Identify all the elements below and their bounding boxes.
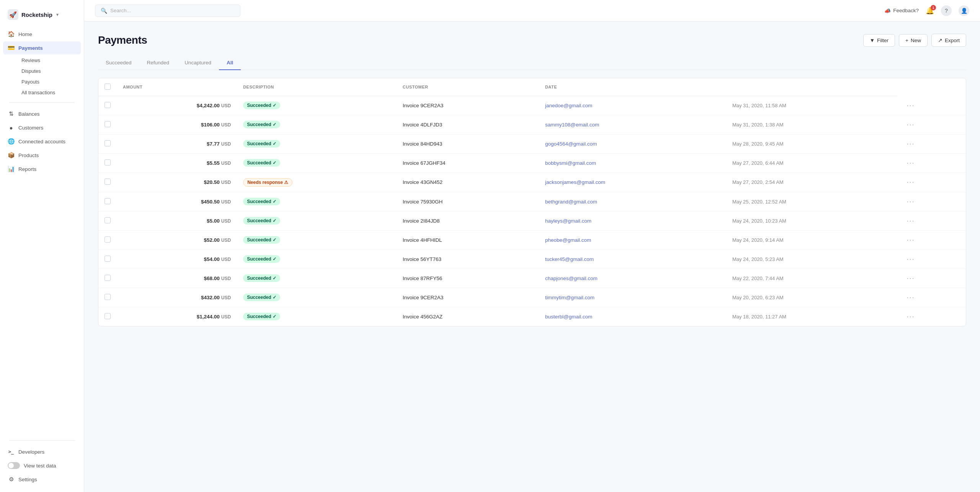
sidebar-bottom: >_ Developers View test data ⚙ Settings <box>0 436 84 486</box>
row-more-cell: ··· <box>897 192 966 211</box>
row-amount: $20.50USD <box>117 172 237 192</box>
sidebar-item-customers[interactable]: ● Customers <box>3 121 81 134</box>
sidebar-item-disputes[interactable]: Disputes <box>18 66 81 76</box>
row-more-button[interactable]: ··· <box>903 119 918 130</box>
sidebar-item-developers[interactable]: >_ Developers <box>3 445 81 458</box>
products-icon: 📦 <box>8 152 15 159</box>
row-more-button[interactable]: ··· <box>903 196 918 207</box>
status-badge: Succeeded ✓ <box>243 236 280 244</box>
tab-uncaptured[interactable]: Uncaptured <box>177 56 219 70</box>
row-currency: USD <box>221 199 231 205</box>
select-all-checkbox[interactable] <box>105 84 111 90</box>
export-button[interactable]: ↗ Export <box>931 34 966 47</box>
row-checkbox[interactable] <box>105 236 111 243</box>
table-row: $5.55USD Succeeded ✓ Invoice 67JGHF34 bo… <box>98 153 966 172</box>
row-more-button[interactable]: ··· <box>903 138 918 149</box>
sidebar: 🚀 Rocketship ▾ 🏠 Home 💳 Payments Reviews… <box>0 0 84 492</box>
table-row: $4,242.00USD Succeeded ✓ Invoice 9CER2A3… <box>98 96 966 115</box>
status-badge: Succeeded ✓ <box>243 274 280 282</box>
row-checkbox-cell <box>98 134 117 153</box>
main-content: 🔍 📣 Feedback? 🔔 1 ? 👤 <box>84 0 980 492</box>
row-more-button[interactable]: ··· <box>903 254 918 264</box>
table-row: $432.00USD Succeeded ✓ Invoice 9CER2A3 t… <box>98 288 966 307</box>
feedback-button[interactable]: 📣 Feedback? <box>884 8 919 14</box>
row-checkbox[interactable] <box>105 294 111 300</box>
row-more-button[interactable]: ··· <box>903 100 918 111</box>
app-name: Rocketship <box>21 11 52 18</box>
sidebar-item-all-transactions[interactable]: All transactions <box>18 87 81 98</box>
new-button[interactable]: + New <box>899 34 928 47</box>
row-checkbox-cell <box>98 115 117 134</box>
row-checkbox-cell <box>98 307 117 326</box>
sidebar-item-payments-label: Payments <box>18 45 43 51</box>
col-date: DATE <box>539 78 726 96</box>
tab-succeeded[interactable]: Succeeded <box>98 56 139 70</box>
sidebar-item-settings[interactable]: ⚙ Settings <box>3 473 81 486</box>
row-checkbox[interactable] <box>105 140 111 146</box>
col-customer: CUSTOMER <box>397 78 539 96</box>
row-customer: gogo4564@gmail.com <box>539 134 726 153</box>
search-input[interactable] <box>110 8 235 13</box>
sidebar-item-balances[interactable]: ⇅ Balances <box>3 107 81 120</box>
row-more-cell: ··· <box>897 211 966 230</box>
help-button[interactable]: ? <box>941 5 952 16</box>
search-wrap[interactable]: 🔍 <box>95 5 240 17</box>
row-description: Invoice 4DLFJD3 <box>397 115 539 134</box>
row-more-button[interactable]: ··· <box>903 177 918 187</box>
row-date: May 27, 2020, 2:54 AM <box>726 172 897 192</box>
view-test-data-toggle[interactable]: View test data <box>3 459 81 472</box>
toggle-switch[interactable] <box>8 462 20 469</box>
row-more-cell: ··· <box>897 269 966 288</box>
row-checkbox[interactable] <box>105 159 111 166</box>
row-checkbox[interactable] <box>105 256 111 262</box>
row-checkbox[interactable] <box>105 121 111 127</box>
row-checkbox-cell <box>98 211 117 230</box>
table-row: $20.50USD Needs response ⚠ Invoice 43GN4… <box>98 172 966 192</box>
sidebar-item-connected-accounts[interactable]: 🌐 Connected accounts <box>3 135 81 148</box>
customers-icon: ● <box>8 124 15 131</box>
logo-icon: 🚀 <box>8 9 18 20</box>
row-date: May 31, 2020, 1:38 AM <box>726 115 897 134</box>
notification-badge: 1 <box>931 5 936 10</box>
sidebar-item-reviews[interactable]: Reviews <box>18 55 81 66</box>
tab-refunded[interactable]: Refunded <box>139 56 177 70</box>
row-more-button[interactable]: ··· <box>903 311 918 322</box>
notifications-button[interactable]: 🔔 1 <box>926 7 934 15</box>
tab-all[interactable]: All <box>219 56 241 70</box>
row-checkbox[interactable] <box>105 217 111 223</box>
row-status: Succeeded ✓ <box>237 249 397 269</box>
row-more-button[interactable]: ··· <box>903 157 918 168</box>
row-more-cell: ··· <box>897 115 966 134</box>
row-checkbox[interactable] <box>105 102 111 108</box>
row-amount: $5.55USD <box>117 153 237 172</box>
row-checkbox[interactable] <box>105 179 111 185</box>
row-description: Invoice 43GN452 <box>397 172 539 192</box>
col-description: DESCRIPTION <box>237 78 397 96</box>
sidebar-item-payments[interactable]: 💳 Payments <box>3 41 81 54</box>
row-currency: USD <box>221 180 231 185</box>
sidebar-item-reports[interactable]: 📊 Reports <box>3 162 81 175</box>
row-more-cell: ··· <box>897 153 966 172</box>
row-checkbox-cell <box>98 172 117 192</box>
row-more-button[interactable]: ··· <box>903 235 918 245</box>
row-amount: $1,244.00USD <box>117 307 237 326</box>
row-more-button[interactable]: ··· <box>903 215 918 226</box>
sidebar-logo[interactable]: 🚀 Rocketship ▾ <box>0 6 84 28</box>
row-checkbox[interactable] <box>105 198 111 204</box>
balances-icon: ⇅ <box>8 110 15 117</box>
row-more-button[interactable]: ··· <box>903 273 918 284</box>
row-amount: $54.00USD <box>117 249 237 269</box>
status-badge: Succeeded ✓ <box>243 255 280 263</box>
sidebar-item-home[interactable]: 🏠 Home <box>3 28 81 41</box>
sidebar-item-payouts[interactable]: Payouts <box>18 77 81 87</box>
search-icon: 🔍 <box>101 8 107 14</box>
row-checkbox[interactable] <box>105 275 111 281</box>
row-date: May 27, 2020, 6:44 AM <box>726 153 897 172</box>
row-description: Invoice 67JGHF34 <box>397 153 539 172</box>
row-checkbox[interactable] <box>105 313 111 319</box>
row-status: Succeeded ✓ <box>237 269 397 288</box>
filter-button[interactable]: ▼ Filter <box>863 34 895 47</box>
row-more-button[interactable]: ··· <box>903 292 918 303</box>
user-avatar-button[interactable]: 👤 <box>959 5 969 16</box>
sidebar-item-products[interactable]: 📦 Products <box>3 149 81 162</box>
